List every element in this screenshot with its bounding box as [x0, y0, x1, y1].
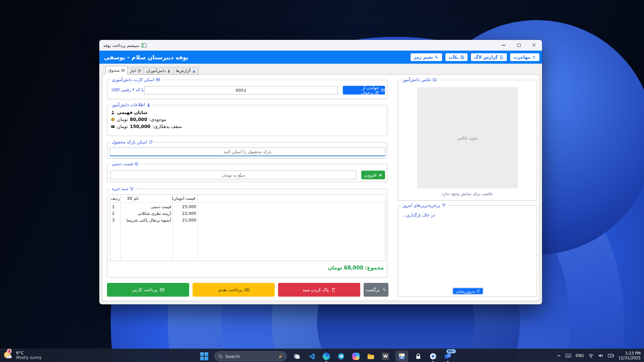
- row-price[interactable]: 25,000: [173, 204, 196, 209]
- student-icon: [167, 69, 171, 73]
- total-unit: تومان: [328, 265, 342, 271]
- undo-icon: [382, 288, 386, 292]
- floppy-icon: [460, 55, 464, 59]
- tab-students[interactable]: دانش‌آموزان: [144, 67, 174, 74]
- search-box[interactable]: Search: [214, 351, 287, 361]
- row-index[interactable]: 3: [112, 218, 115, 223]
- maximize-icon: [517, 44, 521, 47]
- button-label: برگشت: [366, 287, 379, 292]
- search-icon: [218, 354, 223, 359]
- weather-condition: Mostly sunny: [16, 355, 42, 360]
- column-header-index[interactable]: ردیف: [111, 196, 120, 201]
- cart-icon: [130, 187, 134, 191]
- minimize-icon: [502, 45, 505, 45]
- lock-app[interactable]: [414, 351, 423, 361]
- chart-icon: [192, 69, 196, 73]
- buffet-app-icon: [398, 353, 406, 360]
- close-button[interactable]: [526, 40, 541, 51]
- group-title-text: پرخریدترین‌های امروز: [402, 203, 440, 208]
- weather-widget[interactable]: 3 6°C Mostly sunny: [3, 350, 42, 360]
- photo-icon: [433, 78, 437, 82]
- tab-cashbox[interactable]: صندوق: [106, 66, 127, 75]
- star-bird-icon: [429, 353, 437, 360]
- cash-payment-button[interactable]: پرداخت نقدی: [193, 283, 275, 297]
- chat-app[interactable]: 99+: [443, 351, 452, 361]
- touch-keyboard-icon[interactable]: [566, 353, 571, 358]
- migration-button[interactable]: مهاجرت: [510, 53, 539, 61]
- read-card-button[interactable]: خواندن از کارت‌خوان: [343, 86, 385, 95]
- barcode-group-title: اسکن بارکد محصول: [110, 139, 154, 145]
- add-button[interactable]: + افزودن: [361, 171, 385, 179]
- start-button[interactable]: [200, 351, 209, 361]
- button-label: مهاجرت: [514, 55, 530, 60]
- row-price[interactable]: 21,000: [173, 218, 196, 223]
- column-header-name[interactable]: نام کالا: [127, 196, 139, 201]
- change-password-button[interactable]: تغییر رمز: [411, 53, 442, 61]
- card-icon: [111, 124, 115, 129]
- group-title-text: اسکن بارکد محصول: [112, 139, 147, 145]
- card-reader-icon: [381, 88, 385, 92]
- row-index[interactable]: 2: [112, 211, 115, 216]
- chat-icon: [444, 353, 451, 360]
- barcode-input[interactable]: [110, 147, 385, 156]
- banknote-icon: [245, 288, 249, 292]
- row-name[interactable]: آبمیوه پرتقال پاکتی شریسا: [122, 218, 171, 223]
- backup-button[interactable]: بکآپ: [445, 53, 468, 61]
- windows-logo-icon: [200, 352, 208, 360]
- refresh-button[interactable]: به‌روزرسانی: [452, 288, 483, 295]
- grid-line: [120, 195, 121, 261]
- balance-unit: تومان: [117, 117, 128, 122]
- total-label: مجموع:: [365, 265, 384, 271]
- uid-input[interactable]: [144, 86, 338, 95]
- telegram-app[interactable]: [336, 351, 346, 361]
- app-window: سیستم پرداخت بوفه بوفه دبیرستان سلام - ی…: [99, 40, 542, 304]
- minimize-button[interactable]: [496, 40, 511, 51]
- lock-icon: [415, 353, 422, 360]
- row-name[interactable]: آرینته نظری شکلاتی: [122, 211, 171, 216]
- buffet-app-taskbar-active[interactable]: [395, 351, 408, 362]
- back-button[interactable]: برگشت: [364, 283, 388, 297]
- chevron-up-icon[interactable]: [557, 354, 561, 358]
- manual-price-group-title: قیمت دستی: [110, 161, 140, 167]
- row-name[interactable]: قیمت دستی: [122, 204, 171, 209]
- balance-label: موجودی:: [149, 117, 166, 122]
- debt-value: 150,000: [130, 124, 151, 129]
- cart-table[interactable]: ردیف نام کالا قیمت (تومان) 1 قیمت دستی 2…: [110, 194, 385, 261]
- coins-icon: [111, 117, 115, 122]
- row-price[interactable]: 22,000: [173, 211, 196, 216]
- card-icon: [156, 78, 160, 82]
- top-buyers-group: پرخریدترین‌های امروز در حال بارگذاری... …: [398, 205, 537, 297]
- student-name: شایان فهیمی: [117, 110, 148, 115]
- wifi-icon[interactable]: [588, 354, 594, 358]
- row-index[interactable]: 1: [112, 204, 115, 209]
- app-header-title: بوفه دبیرستان سلام - یوسفی: [104, 54, 189, 61]
- log-report-button[interactable]: گزارش لاگ: [471, 53, 507, 61]
- battery-charging-icon[interactable]: [608, 354, 614, 358]
- system-tray: ENG 1:23 PM 12/31/2025: [557, 349, 641, 362]
- vscode-app[interactable]: [307, 351, 316, 361]
- copilot-app[interactable]: [351, 351, 361, 361]
- tab-inventory[interactable]: انبار: [127, 67, 144, 74]
- button-label: به‌روزرسانی: [456, 289, 475, 294]
- task-view-icon: [293, 353, 301, 360]
- search-placeholder: Search: [225, 354, 275, 359]
- manual-price-input[interactable]: [110, 171, 357, 179]
- loading-status: در حال بارگذاری...: [402, 213, 435, 218]
- edge-browser-app[interactable]: [322, 351, 331, 361]
- language-indicator[interactable]: ENG: [576, 353, 584, 358]
- clock[interactable]: 1:23 PM 12/31/2025: [619, 351, 641, 360]
- tab-label: انبار: [130, 68, 136, 73]
- tab-reports[interactable]: گزارش‌ها: [173, 67, 198, 74]
- copilot-icon: [352, 353, 360, 360]
- column-header-price[interactable]: قیمت (تومان): [172, 196, 196, 201]
- clear-cart-button[interactable]: پاک کردن سبد: [278, 283, 360, 297]
- star-app[interactable]: [428, 351, 438, 361]
- uid-label: یا کد ۴ رقمی UID:: [111, 87, 144, 92]
- speaker-icon[interactable]: [598, 353, 603, 358]
- card-payment-button[interactable]: پرداخت کارتی: [107, 283, 189, 297]
- word-app[interactable]: W: [381, 351, 390, 361]
- task-view-button[interactable]: [292, 351, 302, 361]
- weather-badge: 3: [7, 349, 12, 354]
- file-explorer-app[interactable]: [366, 351, 375, 361]
- maximize-button[interactable]: [511, 40, 526, 51]
